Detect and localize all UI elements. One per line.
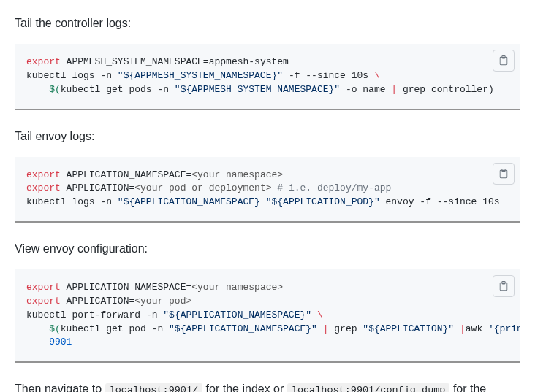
copy-button[interactable] [493,163,515,185]
code-content: export APPMESH_SYSTEM_NAMESPACE=appmesh-… [15,44,520,110]
codeblock-controller-logs: export APPMESH_SYSTEM_NAMESPACE=appmesh-… [15,44,520,110]
copy-button[interactable] [493,275,515,297]
inline-code-index-url: localhost:9901/ [105,383,203,392]
para-tail-envoy: Tail envoy logs: [15,128,520,145]
copy-button[interactable] [493,50,515,72]
clipboard-icon [498,281,509,291]
para-navigate: Then navigate to localhost:9901/ for the… [15,380,520,392]
code-content: export APPLICATION_NAMESPACE=<your names… [15,269,520,363]
code-content: export APPLICATION_NAMESPACE=<your names… [15,157,520,223]
inline-code-config-url: localhost:9901/config_dump [287,383,450,392]
para-view-config: View envoy configuration: [15,240,520,258]
codeblock-envoy-logs: export APPLICATION_NAMESPACE=<your names… [15,157,520,223]
codeblock-envoy-config: export APPLICATION_NAMESPACE=<your names… [15,269,520,363]
para-tail-controller: Tail the controller logs: [15,15,520,32]
clipboard-icon [498,169,509,179]
clipboard-icon [498,55,509,66]
